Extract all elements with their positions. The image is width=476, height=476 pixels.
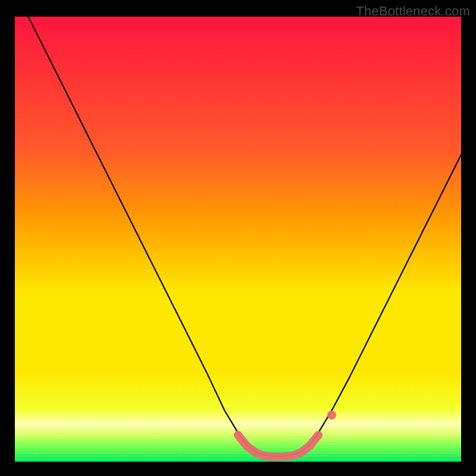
chart-plot	[15, 17, 461, 462]
svg-rect-2	[15, 429, 461, 430]
svg-rect-10	[15, 453, 461, 453]
svg-rect-8	[15, 447, 461, 447]
svg-rect-0	[15, 17, 461, 462]
svg-point-13	[327, 411, 336, 419]
chart-svg	[15, 17, 461, 462]
svg-rect-7	[15, 444, 461, 444]
svg-rect-1	[15, 426, 461, 427]
svg-rect-9	[15, 450, 461, 450]
chart-container: TheBottleneck.com	[0, 0, 476, 476]
svg-rect-12	[15, 459, 461, 459]
svg-rect-11	[15, 456, 461, 456]
